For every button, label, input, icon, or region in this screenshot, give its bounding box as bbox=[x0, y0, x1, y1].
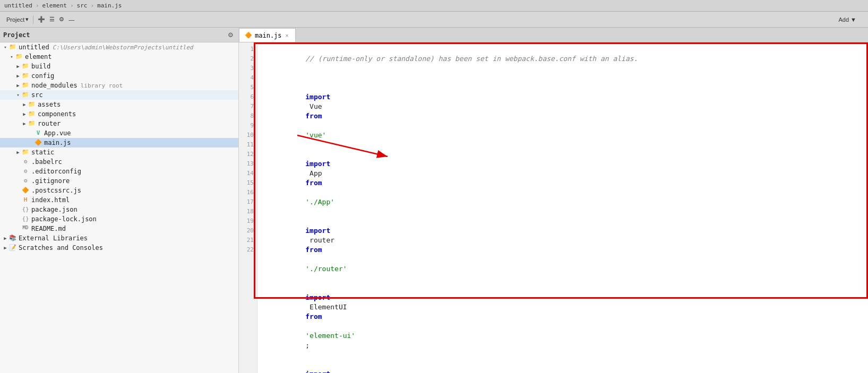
tree-label-gitignore: .gitignore bbox=[31, 177, 70, 185]
folder-icon-static: 📁 bbox=[21, 149, 30, 156]
code-content[interactable]: // (runtime-only or standalone) has been… bbox=[257, 42, 868, 373]
project-dropdown-button[interactable]: Project ▾ bbox=[4, 15, 31, 24]
folder-icon-node-modules: 📁 bbox=[21, 82, 30, 89]
expand-arrow-build: ▶ bbox=[15, 64, 21, 69]
expand-arrow-static: ▶ bbox=[15, 150, 21, 155]
tree-label-editorconfig: .editorconfig bbox=[31, 168, 81, 175]
folder-icon-config: 📁 bbox=[21, 72, 30, 80]
tree-label-node-modules: node_modules bbox=[31, 82, 78, 89]
tree-label-components: components bbox=[38, 110, 76, 118]
tree-item-src[interactable]: ▾ 📁 src bbox=[0, 90, 238, 100]
tree-label-static: static bbox=[31, 149, 54, 156]
code-line-6: import ElementUI from 'element-ui' ; bbox=[262, 283, 868, 360]
json-icon-package-lock: {} bbox=[21, 215, 30, 223]
tree-item-gitignore[interactable]: ⚙ .gitignore bbox=[0, 176, 238, 186]
sidebar: Project ⚙ ▾ 📁 untitled C:\Users\admin\We… bbox=[0, 28, 239, 373]
tree-item-scratches[interactable]: ▶ 📝 Scratches and Consoles bbox=[0, 243, 238, 253]
tree-label-assets: assets bbox=[38, 101, 61, 108]
tree-label-router: router bbox=[38, 120, 61, 127]
tree-item-element[interactable]: ▾ 📁 element bbox=[0, 52, 238, 62]
tree-label-main-js: main.js bbox=[44, 139, 71, 146]
tree-item-untitled[interactable]: ▾ 📁 untitled C:\Users\admin\WebstormProj… bbox=[0, 42, 238, 52]
tree-item-static[interactable]: ▶ 📁 static bbox=[0, 148, 238, 157]
code-line-1: // (runtime-only or standalone) has been… bbox=[262, 45, 868, 73]
tab-close-button[interactable]: ✕ bbox=[285, 32, 290, 38]
folder-icon-router: 📁 bbox=[28, 120, 36, 127]
tab-js-icon: 🔶 bbox=[245, 32, 252, 39]
tree-label-scratches: Scratches and Consoles bbox=[19, 244, 103, 251]
folder-icon-assets: 📁 bbox=[28, 101, 36, 108]
expand-arrow-external: ▶ bbox=[2, 236, 8, 241]
vue-icon-app: V bbox=[34, 129, 42, 137]
tree-item-readme[interactable]: MD README.md bbox=[0, 224, 238, 233]
html-icon-index: H bbox=[21, 196, 30, 204]
project-panel-header: Project ⚙ bbox=[0, 28, 238, 42]
tree-item-config[interactable]: ▶ 📁 config bbox=[0, 71, 238, 81]
add-button[interactable]: Add ▼ bbox=[835, 15, 860, 24]
code-line-7: import 'element-ui/lib/theme-chalk/index… bbox=[262, 360, 868, 373]
tab-label-main-js: main.js bbox=[255, 32, 282, 39]
line-numbers: 1 2 3 4 5 6 7 8 9 10 11 12 13 14 15 16 1… bbox=[239, 42, 257, 373]
code-editor[interactable]: 1 2 3 4 5 6 7 8 9 10 11 12 13 14 15 16 1… bbox=[239, 42, 868, 373]
external-icon: 📚 bbox=[8, 235, 17, 242]
add-icon-button[interactable]: ➕ bbox=[36, 15, 47, 24]
expand-arrow-node-modules: ▶ bbox=[15, 83, 21, 88]
tree-item-postcssrc[interactable]: 🔶 .postcssrc.js bbox=[0, 186, 238, 195]
expand-arrow-scratches: ▶ bbox=[2, 245, 8, 250]
expand-arrow-untitled: ▾ bbox=[2, 45, 8, 50]
tree-item-package-json[interactable]: {} package.json bbox=[0, 205, 238, 214]
tree-item-editorconfig[interactable]: ⚙ .editorconfig bbox=[0, 167, 238, 176]
config-icon-editorconfig: ⚙ bbox=[21, 168, 30, 175]
tree-item-app-vue[interactable]: V App.vue bbox=[0, 128, 238, 138]
settings-icon-button[interactable]: ⚙ bbox=[57, 15, 66, 24]
title-bar: untitled › element › src › main.js bbox=[0, 0, 868, 12]
tree-item-components[interactable]: ▶ 📁 components bbox=[0, 109, 238, 119]
project-tool-gear[interactable]: ⚙ bbox=[226, 31, 235, 39]
tree-item-external-libraries[interactable]: ▶ 📚 External Libraries bbox=[0, 233, 238, 243]
tree-label-library-root: library root bbox=[81, 82, 123, 89]
collapse-icon-button[interactable]: — bbox=[66, 15, 76, 24]
code-line-5: import router from './router' bbox=[262, 216, 868, 283]
tree-label-index-html: index.html bbox=[31, 196, 70, 204]
project-label: Project bbox=[6, 16, 24, 23]
tree-item-build[interactable]: ▶ 📁 build bbox=[0, 62, 238, 71]
tree-item-router[interactable]: ▶ 📁 router bbox=[0, 119, 238, 128]
layout-icon-button[interactable]: ☰ bbox=[47, 15, 57, 24]
tree-item-babelrc[interactable]: ⚙ .babelrc bbox=[0, 157, 238, 167]
breadcrumb-untitled: untitled bbox=[4, 2, 32, 9]
breadcrumb-src: src bbox=[77, 2, 88, 9]
breadcrumb-mainjs: main.js bbox=[97, 2, 122, 9]
tree-label-untitled: untitled bbox=[19, 44, 49, 51]
folder-icon-src: 📁 bbox=[21, 91, 30, 99]
js-icon-main: 🔶 bbox=[34, 139, 42, 146]
toolbar-divider bbox=[33, 15, 33, 24]
tab-main-js[interactable]: 🔶 main.js ✕ bbox=[239, 28, 296, 42]
tree-label-build: build bbox=[31, 63, 50, 70]
expand-arrow-src: ▾ bbox=[15, 92, 21, 98]
folder-icon-untitled: 📁 bbox=[8, 44, 17, 51]
tree-label-readme: README.md bbox=[31, 225, 66, 232]
tree-label-config: config bbox=[31, 72, 54, 80]
tree-item-package-lock-json[interactable]: {} package-lock.json bbox=[0, 214, 238, 224]
code-line-3: import Vue from 'vue' bbox=[262, 83, 868, 150]
expand-arrow-element: ▾ bbox=[8, 54, 15, 59]
breadcrumb-element: element bbox=[42, 2, 67, 9]
tree-label-package-lock-json: package-lock.json bbox=[31, 215, 97, 223]
config-icon-babelrc: ⚙ bbox=[21, 158, 30, 166]
tree-item-index-html[interactable]: H index.html bbox=[0, 195, 238, 205]
config-icon-gitignore: ⚙ bbox=[21, 177, 30, 185]
expand-arrow-components: ▶ bbox=[21, 111, 28, 117]
tree-label-app-vue: App.vue bbox=[44, 129, 71, 137]
toolbar: Project ▾ ➕ ☰ ⚙ — Add ▼ bbox=[0, 12, 868, 28]
editor-area: 🔶 main.js ✕ 1 2 3 bbox=[239, 28, 868, 373]
tree-path-untitled: C:\Users\admin\WebstormProjects\untitled bbox=[53, 44, 193, 51]
tree-label-external-libraries: External Libraries bbox=[19, 235, 88, 242]
tree-item-main-js[interactable]: 🔶 main.js bbox=[0, 138, 238, 148]
expand-arrow-assets: ▶ bbox=[21, 102, 28, 107]
tree-item-assets[interactable]: ▶ 📁 assets bbox=[0, 100, 238, 109]
tree-label-package-json: package.json bbox=[31, 206, 78, 213]
folder-icon-components: 📁 bbox=[28, 110, 36, 118]
project-panel-title: Project bbox=[3, 31, 30, 39]
tree-item-node-modules[interactable]: ▶ 📁 node_modules library root bbox=[0, 81, 238, 90]
expand-arrow-config: ▶ bbox=[15, 73, 21, 79]
